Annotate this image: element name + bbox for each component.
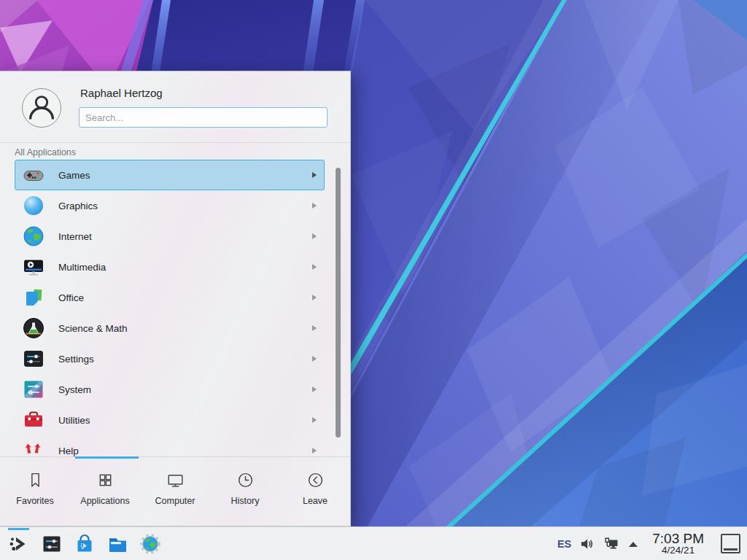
- science-icon: [22, 316, 45, 340]
- keyboard-layout-indicator[interactable]: ES: [557, 538, 571, 550]
- discover-bag-icon: [73, 532, 96, 556]
- system-settings-icon: [40, 532, 63, 556]
- tab-label: Leave: [303, 496, 328, 506]
- multimedia-icon: [22, 255, 45, 279]
- category-row-multimedia[interactable]: Multimedia: [15, 252, 325, 282]
- bookmark-icon: [26, 470, 45, 490]
- category-label: Settings: [58, 354, 94, 365]
- category-label: Games: [58, 170, 90, 181]
- category-label: Internet: [58, 231, 92, 242]
- submenu-arrow-icon: [312, 386, 317, 392]
- category-label: Graphics: [58, 201, 98, 211]
- task-manager: [0, 532, 162, 556]
- system-tray: ES 7:03 PM 4/24/21: [557, 532, 747, 556]
- scrollbar-thumb[interactable]: [336, 168, 341, 438]
- category-row-science-math[interactable]: Science & Math: [15, 313, 325, 343]
- plasma-launcher-icon: [7, 532, 31, 556]
- expand-tray-caret-icon[interactable]: [627, 539, 639, 549]
- submenu-arrow-icon: [312, 448, 317, 454]
- search-input[interactable]: [79, 107, 328, 128]
- clock-date: 4/24/21: [652, 545, 704, 556]
- system-icon: [22, 378, 45, 401]
- submenu-arrow-icon: [312, 356, 317, 362]
- digital-clock[interactable]: 7:03 PM 4/24/21: [652, 532, 704, 556]
- network-icon[interactable]: [603, 536, 619, 552]
- tab-computer[interactable]: Computer: [140, 457, 210, 527]
- show-desktop-button[interactable]: [721, 534, 740, 553]
- tab-favorites[interactable]: Favorites: [0, 457, 70, 527]
- user-person-icon: [23, 89, 61, 127]
- taskbar-web-browser[interactable]: [139, 532, 162, 556]
- tab-applications[interactable]: Applications: [70, 457, 140, 527]
- tab-label: History: [231, 496, 260, 506]
- category-row-internet[interactable]: Internet: [15, 221, 325, 252]
- leave-icon: [306, 470, 325, 490]
- category-row-settings[interactable]: Settings: [15, 343, 325, 374]
- submenu-arrow-icon: [312, 417, 317, 423]
- tab-history[interactable]: History: [210, 457, 280, 527]
- globe-browser-icon: [139, 532, 162, 556]
- category-row-help[interactable]: Help: [15, 435, 325, 456]
- history-clock-icon: [236, 470, 255, 490]
- taskbar-discover[interactable]: [73, 532, 96, 556]
- taskbar-application-launcher[interactable]: [7, 532, 31, 556]
- taskbar-panel: ES 7:03 PM 4/24/21: [0, 526, 747, 560]
- category-label: Help: [58, 446, 79, 456]
- application-category-list: Games Graphics: [0, 160, 351, 456]
- help-icon: [22, 439, 45, 456]
- user-avatar[interactable]: [22, 88, 61, 128]
- submenu-arrow-icon: [312, 233, 317, 239]
- utilities-icon: [22, 408, 45, 432]
- tab-label: Applications: [80, 496, 129, 506]
- taskbar-file-manager[interactable]: [106, 532, 129, 556]
- launcher-header: Raphael Hertzog: [0, 71, 350, 143]
- taskbar-system-settings[interactable]: [40, 532, 63, 556]
- applications-grid-icon: [96, 470, 115, 490]
- category-row-games[interactable]: Games: [15, 160, 325, 190]
- category-label: Multimedia: [58, 262, 106, 273]
- application-launcher-popup: Raphael Hertzog All Applications Games: [0, 71, 351, 526]
- category-label: Science & Math: [58, 323, 128, 334]
- desktop: Raphael Hertzog All Applications Games: [0, 0, 747, 560]
- clock-time: 7:03 PM: [652, 532, 704, 546]
- category-label: System: [58, 384, 91, 395]
- submenu-arrow-icon: [312, 325, 317, 331]
- dolphin-folder-icon: [106, 532, 129, 556]
- category-row-graphics[interactable]: Graphics: [15, 190, 325, 221]
- tab-label: Favorites: [16, 496, 53, 506]
- category-row-office[interactable]: Office: [15, 282, 325, 313]
- category-row-utilities[interactable]: Utilities: [15, 405, 325, 435]
- submenu-arrow-icon: [312, 172, 317, 178]
- internet-icon: [22, 225, 45, 248]
- volume-icon[interactable]: [579, 536, 595, 552]
- games-icon: [22, 163, 45, 187]
- tab-label: Computer: [155, 496, 196, 506]
- submenu-arrow-icon: [312, 203, 317, 209]
- settings-icon: [22, 347, 45, 370]
- category-label: Office: [58, 292, 84, 303]
- submenu-arrow-icon: [312, 264, 317, 270]
- office-icon: [22, 286, 45, 309]
- graphics-icon: [22, 194, 45, 217]
- section-label-all-applications: All Applications: [15, 147, 76, 158]
- launcher-footer-tabs: Favorites Applications Computer: [0, 456, 350, 527]
- active-task-indicator: [8, 528, 29, 530]
- category-label: Utilities: [58, 415, 90, 426]
- user-name: Raphael Hertzog: [80, 87, 163, 99]
- submenu-arrow-icon: [312, 295, 317, 300]
- tab-leave[interactable]: Leave: [280, 457, 350, 527]
- computer-icon: [166, 470, 185, 490]
- category-row-system[interactable]: System: [15, 374, 325, 405]
